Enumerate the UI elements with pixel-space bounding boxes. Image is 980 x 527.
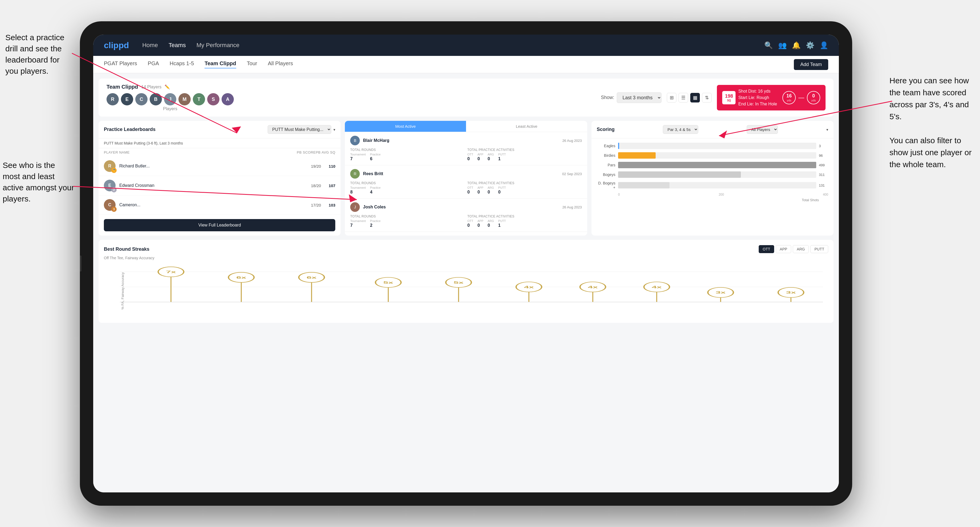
search-icon[interactable]: 🔍 — [764, 41, 773, 49]
avatar[interactable]: A — [221, 93, 234, 105]
players-filter-select[interactable]: All Players — [747, 125, 778, 134]
avatar[interactable]: J — [164, 93, 176, 105]
shot-circle-1: 16 yds — [783, 91, 796, 104]
svg-text:5x: 5x — [453, 281, 463, 284]
app-col: APP 0 — [477, 219, 483, 228]
putt-col: PUTT 0 — [498, 186, 506, 195]
nav-home[interactable]: Home — [142, 42, 158, 49]
edit-icon[interactable]: ✏️ — [165, 84, 170, 89]
tournament-value: 7 — [350, 157, 366, 161]
grid-view-icon[interactable]: ⊞ — [667, 93, 676, 103]
sub-nav-links: PGAT Players PGA Hcaps 1-5 Team Clippd T… — [104, 60, 293, 68]
people-icon[interactable]: 👥 — [778, 41, 787, 49]
shot-number: 198 SQ — [722, 91, 735, 104]
streaks-header: Best Round Streaks OTT APP ARG PUTT — [104, 245, 828, 253]
rank-badge: 🥇 — [111, 168, 117, 173]
player-avatar: R 🥇 — [104, 160, 116, 172]
bar-label-dbogeys: D. Bogeys + — [597, 181, 616, 189]
sub-navigation: PGAT Players PGA Hcaps 1-5 Team Clippd T… — [93, 56, 839, 73]
show-filter: Show: Last 3 months — [601, 92, 662, 103]
svg-text:3x: 3x — [786, 290, 796, 295]
stat-values: Tournament 8 Practice 4 — [350, 186, 465, 195]
par-filter-select[interactable]: Par 3, 4 & 5s — [663, 125, 698, 134]
content-grid: Practice Leaderboards PUTT Must Make Put… — [99, 121, 834, 236]
subnav-pgat[interactable]: PGAT Players — [104, 60, 137, 68]
avatar[interactable]: B — [150, 93, 162, 105]
bar-fill-birdies — [618, 152, 655, 159]
subnav-tour[interactable]: Tour — [247, 60, 257, 68]
player-avg: 103 — [325, 203, 335, 207]
avatar[interactable]: T — [193, 93, 205, 105]
avatar[interactable]: M — [178, 93, 191, 105]
subnav-pga[interactable]: PGA — [148, 60, 159, 68]
team-header: Team Clippd 14 Players ✏️ R E C B J M T — [99, 78, 834, 117]
avatar[interactable]: E — [121, 93, 133, 105]
tab-most-active[interactable]: Most Active — [345, 121, 466, 132]
arg-col: ARG 0 — [488, 153, 494, 161]
time-filter-select[interactable]: Last 3 months — [617, 92, 662, 103]
col-player-name: PLAYER NAME — [104, 151, 297, 154]
total-rounds-group: Total Rounds Tournament 7 Practice 6 — [350, 148, 465, 161]
stat-values: Tournament 7 Practice 6 — [350, 153, 465, 161]
nav-my-performance[interactable]: My Performance — [197, 42, 239, 49]
filter-app-button[interactable]: APP — [776, 245, 791, 253]
nav-teams[interactable]: Teams — [169, 42, 186, 49]
avatar-icon[interactable]: 👤 — [820, 41, 828, 49]
total-rounds-label: Total Rounds — [350, 148, 465, 152]
shot-circle-2: 0 yds — [807, 91, 820, 104]
settings-icon[interactable]: ⚙️ — [806, 41, 815, 49]
active-player-name: Josh Coles — [363, 205, 559, 210]
practice-activities-group: Total Practice Activities OTT 0 APP 0 — [467, 214, 582, 228]
subnav-hcaps[interactable]: Hcaps 1-5 — [170, 60, 194, 68]
sort-icon[interactable]: ⇅ — [702, 93, 711, 103]
player-pb-score: 17/20 — [305, 203, 321, 207]
active-stats: Total Rounds Tournament 8 Practice 4 — [350, 181, 582, 195]
practice-activities-values: OTT 0 APP 0 ARG 0 — [467, 153, 582, 161]
practice-col: Practice 4 — [370, 186, 380, 195]
list-view-icon[interactable]: ☰ — [679, 93, 688, 103]
app-col: APP 0 — [477, 186, 483, 195]
practice-activities-group: Total Practice Activities OTT 0 APP 0 — [467, 148, 582, 161]
svg-text:6x: 6x — [307, 275, 317, 279]
leaderboard-filter: PUTT Must Make Putting... ▾ — [268, 125, 335, 134]
avatar[interactable]: C — [135, 93, 148, 105]
bar-row-birdies: Birdies 96 — [597, 152, 828, 159]
leaderboard-row: E 2 Edward Crossman 18/20 107 — [99, 176, 340, 195]
col-pb-score: PB SCORE — [297, 151, 316, 154]
team-avatars: R E C B J M T S A — [107, 93, 234, 105]
players-label: Players — [163, 106, 177, 111]
add-team-button[interactable]: Add Team — [794, 59, 828, 70]
active-card-header: R Rees Britt 02 Sep 2023 — [350, 169, 582, 179]
tournament-col: Tournament 7 — [350, 153, 366, 161]
leaderboard-row: R 🥇 Richard Butler... 19/20 110 — [99, 157, 340, 176]
card-view-icon[interactable]: ▦ — [690, 93, 700, 103]
shot-details: Shot Dist: 16 yds Start Lie: Rough End L… — [738, 88, 777, 107]
subnav-all-players[interactable]: All Players — [268, 60, 293, 68]
subnav-team-clippd[interactable]: Team Clippd — [205, 60, 236, 68]
filter-ott-button[interactable]: OTT — [759, 245, 774, 253]
bar-value-birdies: 96 — [819, 154, 828, 157]
practice-leaderboard-panel: Practice Leaderboards PUTT Must Make Put… — [99, 121, 340, 236]
svg-text:5x: 5x — [383, 281, 393, 284]
bar-track — [618, 171, 816, 178]
drill-select[interactable]: PUTT Must Make Putting... — [268, 125, 331, 134]
tab-least-active[interactable]: Least Active — [466, 121, 587, 132]
bar-track — [618, 143, 816, 149]
scoring-bar-chart: Eagles 3 Birdies 96 — [592, 138, 834, 206]
bar-row-dbogeys: D. Bogeys + 131 — [597, 181, 828, 189]
leaderboard-subtitle: PUTT Must Make Putting (3-6 ft), Last 3 … — [99, 138, 340, 148]
bar-label-bogeys: Bogeys — [597, 173, 616, 177]
logo: clippd — [104, 40, 129, 50]
bell-icon[interactable]: 🔔 — [792, 41, 800, 49]
filter-arg-button[interactable]: ARG — [793, 245, 809, 253]
avatar[interactable]: R — [107, 93, 119, 105]
filter-putt-button[interactable]: PUTT — [810, 245, 828, 253]
active-player-name: Blair McHarg — [363, 138, 559, 143]
scoring-panel: Scoring Par 3, 4 & 5s All Players ▾ Eagl… — [592, 121, 834, 236]
bar-value-bogeys: 311 — [819, 173, 828, 177]
avatar[interactable]: S — [207, 93, 220, 105]
active-player-card: B Blair McHarg 26 Aug 2023 Total Rounds … — [345, 132, 587, 165]
total-rounds-label: Total Rounds — [350, 181, 465, 185]
scoring-header: Scoring Par 3, 4 & 5s All Players ▾ — [592, 121, 834, 138]
view-full-leaderboard-button[interactable]: View Full Leaderboard — [104, 219, 335, 231]
